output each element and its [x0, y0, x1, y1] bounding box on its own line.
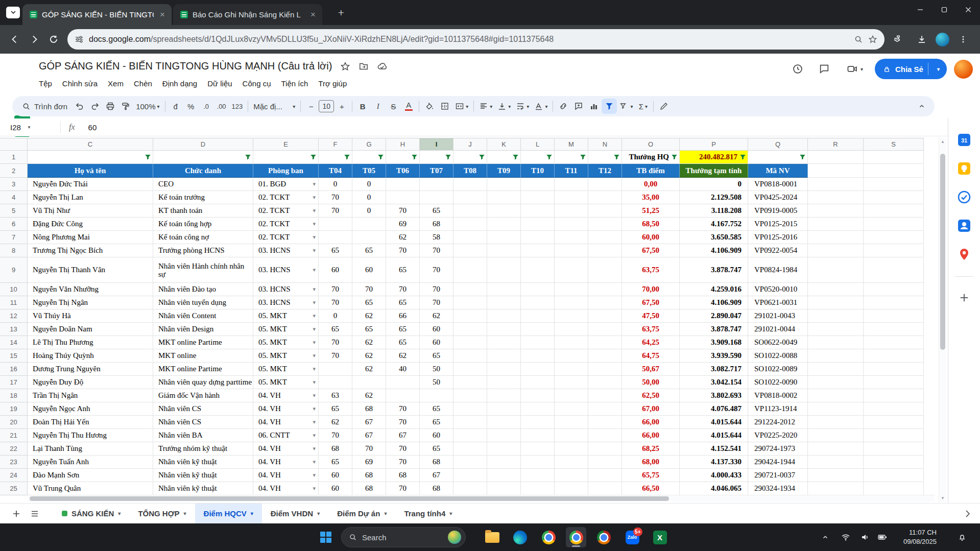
meet-button[interactable]: ▾ [840, 58, 870, 80]
cell-F16[interactable] [319, 363, 352, 376]
cell-P12[interactable]: 2.890.047 [680, 309, 748, 323]
cell-Q1[interactable] [748, 151, 808, 164]
cell-H4[interactable] [386, 191, 420, 204]
cell-J6[interactable] [453, 218, 487, 231]
share-dropdown-icon[interactable]: ▾ [933, 66, 944, 72]
cell-L2[interactable]: T10 [521, 164, 555, 178]
cell-I6[interactable]: 68 [420, 218, 453, 231]
filter-icon[interactable] [310, 154, 317, 160]
cell-J17[interactable] [453, 376, 487, 389]
cell-O14[interactable]: 64,25 [622, 336, 680, 349]
dropdown-icon[interactable]: ▾ [313, 207, 316, 214]
cell-J20[interactable] [453, 416, 487, 429]
filter-icon[interactable] [344, 154, 350, 160]
cell-N24[interactable] [588, 469, 622, 482]
cell-D16[interactable]: MKT online Partime [153, 363, 253, 376]
row-header-3[interactable]: 3 [0, 178, 28, 191]
reload-button[interactable] [44, 30, 63, 49]
cell-N14[interactable] [588, 336, 622, 349]
cell-D10[interactable]: Nhân viên Đào tạo [153, 283, 253, 296]
cell-R12[interactable] [808, 309, 864, 323]
cell-G3[interactable]: 0 [352, 178, 386, 191]
row-header-9[interactable]: 9 [0, 257, 28, 283]
move-folder-icon[interactable] [358, 61, 369, 71]
cell-K2[interactable]: T09 [487, 164, 521, 178]
sheet-tab-5[interactable]: Điểm Dự án▾ [328, 504, 395, 524]
cell-F6[interactable] [319, 218, 352, 231]
row-header-8[interactable]: 8 [0, 244, 28, 257]
cell-O3[interactable]: 0,00 [622, 178, 680, 191]
cell-Q15[interactable]: SO1022-0088 [748, 349, 808, 363]
back-button[interactable] [5, 30, 25, 49]
add-sheet-button[interactable] [7, 505, 26, 523]
cell-L6[interactable] [521, 218, 555, 231]
cell-M17[interactable] [555, 376, 588, 389]
cell-C10[interactable]: Nguyễn Văn Nhưỡng [28, 283, 153, 296]
cell-C20[interactable]: Đoàn Thị Hải Yến [28, 416, 153, 429]
cell-J5[interactable] [453, 204, 487, 218]
browser-menu-button[interactable] [953, 30, 973, 49]
menus-search-button[interactable]: Trình đơn [17, 99, 72, 114]
cell-F20[interactable]: 62 [319, 416, 352, 429]
cell-M8[interactable] [555, 244, 588, 257]
cell-I12[interactable]: 62 [420, 309, 453, 323]
cell-P3[interactable]: 0 [680, 178, 748, 191]
cell-L21[interactable] [521, 429, 555, 442]
cell-E21[interactable]: 06. CNTT▾ [253, 429, 319, 442]
taskbar-search-box[interactable]: Search [341, 527, 466, 547]
cell-L7[interactable] [521, 231, 555, 244]
cell-F14[interactable]: 70 [319, 336, 352, 349]
cell-C18[interactable]: Trần Thị Ngân [28, 389, 153, 402]
increase-decimal-button[interactable]: .00 [214, 99, 229, 114]
cell-S16[interactable] [864, 363, 924, 376]
extensions-button[interactable] [889, 30, 908, 49]
cell-G21[interactable]: 67 [352, 429, 386, 442]
cell-M19[interactable] [555, 402, 588, 416]
cell-O11[interactable]: 67,50 [622, 296, 680, 309]
cell-L16[interactable] [521, 363, 555, 376]
cell-S13[interactable] [864, 323, 924, 336]
cell-N3[interactable] [588, 178, 622, 191]
dropdown-icon[interactable]: ▾ [313, 432, 316, 439]
sheet-tab-4[interactable]: Điểm VHDN▾ [262, 504, 328, 524]
column-header-Q[interactable]: Q [748, 138, 808, 151]
cell-O13[interactable]: 63,75 [622, 323, 680, 336]
excel-button[interactable]: X [650, 527, 670, 547]
cell-F13[interactable]: 65 [319, 323, 352, 336]
cell-Q23[interactable]: 290424-1944 [748, 456, 808, 469]
cell-H17[interactable] [386, 376, 420, 389]
cell-L17[interactable] [521, 376, 555, 389]
cell-G22[interactable]: 70 [352, 442, 386, 456]
cell-H5[interactable]: 70 [386, 204, 420, 218]
cell-D14[interactable]: MKT online Partime [153, 336, 253, 349]
cell-O7[interactable]: 60,00 [622, 231, 680, 244]
horizontal-scrollbar[interactable] [28, 495, 935, 501]
increase-font-size-button[interactable]: + [334, 99, 349, 114]
cell-R20[interactable] [808, 416, 864, 429]
cell-N21[interactable] [588, 429, 622, 442]
cell-H1[interactable] [386, 151, 420, 164]
cell-M5[interactable] [555, 204, 588, 218]
filter-icon[interactable] [445, 154, 451, 160]
cell-J14[interactable] [453, 336, 487, 349]
cell-O21[interactable]: 66,00 [622, 429, 680, 442]
cell-E8[interactable]: 03. HCNS▾ [253, 244, 319, 257]
add-addon-icon[interactable] [959, 292, 970, 303]
cell-L1[interactable] [521, 151, 555, 164]
row-header-18[interactable]: 18 [0, 389, 28, 402]
cell-I21[interactable]: 60 [420, 429, 453, 442]
borders-button[interactable] [437, 99, 452, 114]
cell-I23[interactable]: 68 [420, 456, 453, 469]
column-header-E[interactable]: E [253, 138, 319, 151]
cell-S23[interactable] [864, 456, 924, 469]
cell-I25[interactable]: 68 [420, 482, 453, 495]
collapse-toolbar-button[interactable] [914, 99, 929, 114]
cell-H10[interactable]: 70 [386, 283, 420, 296]
cell-I16[interactable]: 50 [420, 363, 453, 376]
cell-J4[interactable] [453, 191, 487, 204]
filter-icon[interactable] [512, 154, 519, 160]
cell-F1[interactable] [319, 151, 352, 164]
italic-button[interactable]: I [370, 99, 386, 114]
cell-G15[interactable]: 62 [352, 349, 386, 363]
dropdown-icon[interactable]: ▾ [313, 392, 316, 399]
